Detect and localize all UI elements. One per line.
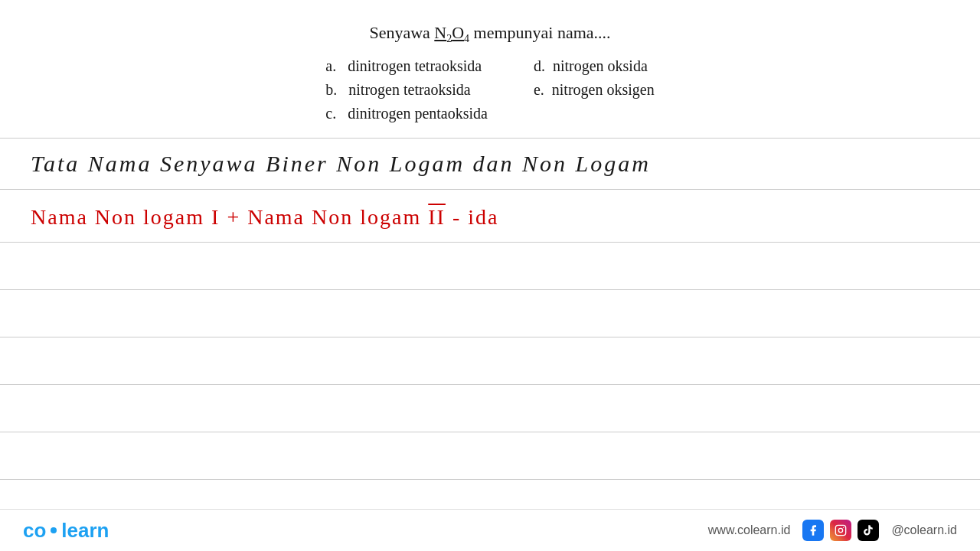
instagram-icon[interactable] (830, 520, 851, 541)
social-icons (802, 520, 879, 541)
answer-d: d. nitrogen oksida (534, 57, 648, 75)
answer-e: e. nitrogen oksigen (534, 81, 655, 99)
lined-row-5 (0, 432, 980, 480)
svg-point-1 (839, 528, 843, 532)
answers-right: d. nitrogen oksida e. nitrogen oksigen (534, 57, 655, 122)
svg-rect-0 (836, 525, 846, 535)
logo-co: co (23, 519, 46, 543)
question-text: Senyawa N2O4 mempunyai nama.... (31, 23, 949, 45)
facebook-icon[interactable] (802, 520, 824, 541)
roman-numeral: II (428, 205, 446, 229)
answer-a: a. dinitrogen tetraoksida (325, 57, 482, 75)
section-title: Tata Nama Senyawa Biner Non Logam dan No… (31, 151, 651, 176)
formula-text: Nama Non logam I + Nama Non logam II - i… (31, 205, 498, 229)
answer-c: c. dinitrogen pentaoksida (325, 105, 488, 122)
tiktok-icon[interactable] (858, 520, 879, 541)
answer-b: b. nitrogen tetraoksida (325, 81, 470, 99)
svg-point-2 (843, 527, 844, 528)
answers-grid: a. dinitrogen tetraoksida b. nitrogen te… (31, 57, 949, 122)
lined-rows-container (0, 243, 980, 527)
footer-right: www.colearn.id (708, 520, 957, 541)
footer-logo: co learn (23, 519, 109, 543)
ruled-section: Tata Nama Senyawa Biner Non Logam dan No… (0, 138, 980, 551)
logo-dot (51, 527, 57, 533)
lined-row-3 (0, 337, 980, 385)
formula-line: Nama Non logam I + Nama Non logam II - i… (0, 190, 980, 243)
lined-row-1 (0, 243, 980, 290)
lined-row-2 (0, 290, 980, 337)
footer-url: www.colearn.id (708, 523, 791, 537)
main-content: Senyawa N2O4 mempunyai nama.... a. dinit… (0, 0, 980, 551)
question-section: Senyawa N2O4 mempunyai nama.... a. dinit… (0, 0, 980, 138)
answers-left: a. dinitrogen tetraoksida b. nitrogen te… (325, 57, 488, 122)
lined-row-4 (0, 385, 980, 432)
logo-learn: learn (61, 519, 109, 543)
footer: co learn www.colearn.id (0, 509, 980, 551)
section-header: Tata Nama Senyawa Biner Non Logam dan No… (0, 139, 980, 190)
social-handle: @colearn.id (891, 523, 957, 537)
